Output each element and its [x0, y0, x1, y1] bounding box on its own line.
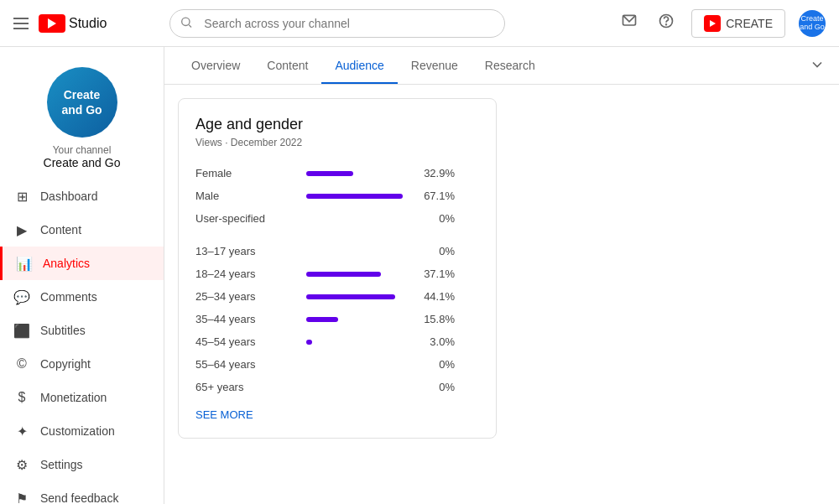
bar-pct: 0%: [417, 245, 455, 257]
bar-row: Male 67.1%: [195, 184, 479, 207]
bar-track: [306, 316, 407, 323]
tab-revenue[interactable]: Revenue: [398, 47, 472, 84]
create-button-label: CREATE: [726, 17, 773, 30]
create-button[interactable]: CREATE: [691, 9, 785, 38]
sidebar-item-subtitles[interactable]: ⬛ Subtitles: [0, 314, 164, 347]
header: Studio CREATE Createand Go: [0, 0, 839, 47]
bar-track: [306, 193, 407, 200]
customization-icon: ✦: [13, 423, 30, 439]
search-bar: [169, 9, 505, 38]
bar-pct: 15.8%: [417, 313, 455, 325]
sidebar: Createand Go Your channel Create and Go …: [0, 47, 164, 504]
content-area: OverviewContentAudienceRevenueResearch A…: [164, 47, 839, 504]
bar-track: [306, 216, 407, 222]
sidebar-label-settings: Settings: [40, 458, 83, 471]
bar-pct: 0%: [417, 358, 455, 371]
bar-row: 35–44 years 15.8%: [195, 308, 479, 330]
sidebar-label-customization: Customization: [40, 424, 115, 438]
tab-audience[interactable]: Audience: [321, 47, 397, 84]
bar-fill: [306, 194, 403, 199]
search-input[interactable]: [169, 9, 505, 38]
sidebar-label-content: Content: [40, 223, 81, 236]
age-gender-card: Age and gender Views · December 2022 Fem…: [178, 98, 497, 439]
nav-items: ⊞ Dashboard ▶ Content 📊 Analytics 💬 Comm…: [0, 179, 164, 504]
subtitles-icon: ⬛: [13, 322, 30, 339]
tab-research[interactable]: Research: [472, 47, 549, 84]
bar-label: 35–44 years: [195, 313, 296, 325]
bar-fill: [306, 294, 395, 299]
sidebar-label-copyright: Copyright: [40, 357, 91, 371]
bar-label: 65+ years: [195, 381, 296, 393]
header-right: CREATE Createand Go: [618, 9, 826, 38]
tabs-bar: OverviewContentAudienceRevenueResearch: [164, 47, 839, 85]
channel-label: Your channel: [53, 144, 112, 156]
analytics-content: Age and gender Views · December 2022 Fem…: [164, 85, 839, 504]
bar-label: 13–17 years: [195, 245, 296, 257]
sidebar-label-subtitles: Subtitles: [40, 324, 86, 337]
tab-overview[interactable]: Overview: [178, 47, 253, 84]
bar-row: 55–64 years 0%: [195, 353, 479, 376]
send-feedback-icon: ⚑: [13, 490, 30, 504]
bar-label: Male: [195, 190, 296, 202]
sidebar-item-analytics[interactable]: 📊 Analytics: [0, 247, 164, 280]
content-icon: ▶: [13, 221, 30, 238]
menu-icon[interactable]: [13, 18, 29, 29]
create-button-icon: [704, 15, 721, 32]
bar-fill: [306, 340, 312, 345]
sidebar-item-comments[interactable]: 💬 Comments: [0, 280, 164, 314]
sidebar-item-content[interactable]: ▶ Content: [0, 213, 164, 247]
svg-point-4: [666, 24, 667, 25]
channel-name: Create and Go: [44, 156, 121, 169]
avatar-text: Createand Go: [800, 15, 825, 32]
bar-pct: 0%: [417, 381, 455, 393]
bar-label: 45–54 years: [195, 335, 296, 348]
sidebar-item-copyright[interactable]: © Copyright: [0, 347, 164, 381]
svg-point-0: [182, 18, 190, 25]
avatar[interactable]: Createand Go: [799, 10, 826, 37]
messages-icon[interactable]: [618, 9, 641, 37]
sidebar-item-send-feedback[interactable]: ⚑ Send feedback: [0, 481, 164, 504]
bar-fill: [306, 317, 338, 322]
analytics-icon: 📊: [16, 255, 33, 272]
bar-track: [306, 339, 407, 346]
bar-fill: [306, 171, 353, 176]
tabs-container: OverviewContentAudienceRevenueResearch: [178, 47, 549, 84]
sidebar-item-monetization[interactable]: $ Monetization: [0, 381, 164, 414]
age-rows: 13–17 years 0% 18–24 years 37.1% 25–34 y…: [195, 240, 479, 398]
bar-row: 65+ years 0%: [195, 376, 479, 398]
copyright-icon: ©: [13, 356, 30, 372]
sidebar-item-customization[interactable]: ✦ Customization: [0, 414, 164, 448]
channel-avatar-inner: Createand Go: [61, 87, 102, 117]
sidebar-label-send-feedback: Send feedback: [40, 491, 118, 504]
bar-pct: 3.0%: [417, 335, 455, 348]
svg-line-1: [189, 24, 191, 27]
header-left: Studio: [13, 14, 107, 33]
bar-label: 18–24 years: [195, 268, 296, 280]
sidebar-label-monetization: Monetization: [40, 391, 107, 404]
channel-info: Createand Go Your channel Create and Go: [0, 54, 164, 179]
bar-row: User-specified 0%: [195, 207, 479, 230]
channel-avatar[interactable]: Createand Go: [47, 67, 117, 138]
bar-label: 55–64 years: [195, 358, 296, 371]
sidebar-item-settings[interactable]: ⚙ Settings: [0, 448, 164, 481]
bar-row: 45–54 years 3.0%: [195, 330, 479, 353]
bar-track: [306, 248, 407, 255]
see-more-button[interactable]: SEE MORE: [195, 408, 253, 421]
bar-label: 25–34 years: [195, 290, 296, 303]
bar-label: Female: [195, 167, 296, 179]
sidebar-item-dashboard[interactable]: ⊞ Dashboard: [0, 179, 164, 213]
tab-content[interactable]: Content: [253, 47, 321, 84]
youtube-logo-text: Studio: [69, 16, 107, 31]
settings-icon: ⚙: [13, 456, 30, 473]
bar-row: 25–34 years 44.1%: [195, 285, 479, 308]
sidebar-label-dashboard: Dashboard: [40, 190, 98, 203]
bar-label: User-specified: [195, 212, 296, 225]
bar-pct: 37.1%: [417, 268, 455, 280]
help-icon[interactable]: [654, 9, 678, 37]
card-title: Age and gender: [195, 116, 479, 133]
tab-dropdown-icon[interactable]: [809, 56, 826, 75]
bar-pct: 32.9%: [417, 167, 455, 179]
main-layout: Createand Go Your channel Create and Go …: [0, 47, 839, 504]
bar-row: Female 32.9%: [195, 162, 479, 184]
comments-icon: 💬: [13, 288, 30, 305]
